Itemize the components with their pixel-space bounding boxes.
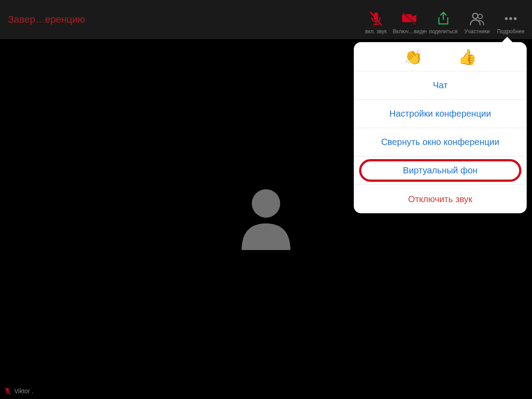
toolbar-more-button[interactable]: Подробнее bbox=[494, 11, 528, 35]
toolbar-participants-label: Участники bbox=[464, 28, 489, 35]
toolbar-more-label: Подробнее bbox=[497, 28, 524, 35]
toolbar-video-label: Включ…видео bbox=[393, 28, 426, 35]
menu-virtual-background-label: Виртуальный фон bbox=[403, 165, 477, 176]
toolbar-participants-button[interactable]: Участники bbox=[460, 11, 494, 35]
menu-virtual-background[interactable]: Виртуальный фон bbox=[354, 156, 527, 185]
menu-disable-audio[interactable]: Отключить звук bbox=[354, 185, 527, 213]
svg-point-12 bbox=[252, 189, 280, 218]
share-icon bbox=[434, 11, 452, 27]
end-meeting-button[interactable]: Завер…еренцию bbox=[8, 14, 85, 25]
svg-point-7 bbox=[473, 13, 478, 19]
participants-icon bbox=[468, 11, 486, 27]
svg-rect-4 bbox=[402, 14, 412, 22]
camera-off-icon bbox=[401, 11, 419, 27]
svg-point-8 bbox=[478, 14, 482, 19]
toolbar-share-label: поделиться bbox=[429, 28, 458, 35]
reaction-clap-button[interactable]: 👏 bbox=[404, 49, 422, 64]
microphone-muted-icon bbox=[367, 11, 385, 27]
reactions-row: 👏 👍 bbox=[354, 42, 527, 71]
svg-point-11 bbox=[514, 17, 516, 20]
toolbar-audio-button[interactable]: вкл. звук bbox=[359, 11, 393, 35]
menu-meeting-settings[interactable]: Настройки конференции bbox=[354, 100, 527, 128]
toolbar-video-button[interactable]: Включ…видео bbox=[393, 11, 426, 35]
svg-point-9 bbox=[505, 17, 508, 20]
toolbar-audio-label: вкл. звук bbox=[365, 28, 387, 35]
default-avatar-icon bbox=[237, 184, 295, 252]
menu-minimize-window[interactable]: Свернуть окно конференции bbox=[354, 128, 527, 156]
reaction-thumbs-up-button[interactable]: 👍 bbox=[458, 49, 477, 64]
toolbar-share-button[interactable]: поделиться bbox=[426, 11, 460, 35]
top-toolbar: Завер…еренцию вкл. звук bbox=[0, 0, 532, 39]
participant-name-badge: Viktor . bbox=[4, 387, 33, 395]
participant-name: Viktor . bbox=[14, 387, 33, 395]
more-ellipsis-icon bbox=[502, 11, 520, 27]
menu-chat[interactable]: Чат bbox=[354, 71, 527, 100]
more-popover: 👏 👍 Чат Настройки конференции Свернуть о… bbox=[354, 42, 527, 213]
microphone-muted-small-icon bbox=[4, 387, 11, 395]
toolbar-actions: вкл. звук Включ…видео под bbox=[359, 4, 528, 35]
svg-point-10 bbox=[509, 17, 512, 20]
